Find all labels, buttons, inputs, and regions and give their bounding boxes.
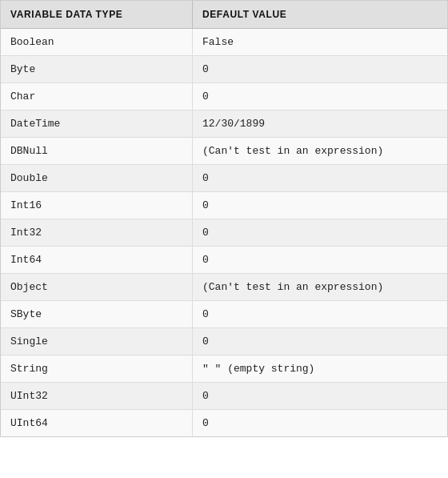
default-cell: (Can't test in an expression)	[193, 138, 447, 164]
default-cell: 0	[193, 301, 447, 327]
default-cell: 0	[193, 192, 447, 219]
type-cell: Int16	[1, 192, 193, 219]
table-row: DBNull(Can't test in an expression)	[1, 138, 447, 165]
default-cell: 0	[193, 410, 447, 436]
type-cell: Int64	[1, 247, 193, 273]
table-row: Int640	[1, 247, 447, 274]
table-row: Byte0	[1, 56, 447, 83]
table-row: Int160	[1, 192, 447, 219]
default-cell: 0	[193, 165, 447, 191]
table-header: VARIABLE DATA TYPE DEFAULT VALUE	[1, 1, 447, 29]
table-row: SByte0	[1, 301, 447, 328]
type-cell: Char	[1, 83, 193, 110]
type-cell: Object	[1, 274, 193, 300]
type-cell: DateTime	[1, 110, 193, 137]
type-cell: UInt64	[1, 410, 193, 436]
default-cell: False	[193, 29, 447, 55]
table-row: UInt640	[1, 410, 447, 436]
type-cell: UInt32	[1, 383, 193, 409]
default-cell: 12/30/1899	[193, 110, 447, 137]
table-row: String" " (empty string)	[1, 355, 447, 383]
type-cell: Boolean	[1, 29, 193, 55]
type-cell: Double	[1, 165, 193, 191]
table-row: Object(Can't test in an expression)	[1, 274, 447, 301]
default-cell: 0	[193, 83, 447, 110]
header-variable-data-type: VARIABLE DATA TYPE	[1, 1, 193, 28]
type-cell: Single	[1, 328, 193, 355]
default-cell: 0	[193, 219, 447, 246]
default-cell: 0	[193, 383, 447, 409]
default-cell: " " (empty string)	[193, 355, 447, 382]
type-cell: String	[1, 355, 193, 382]
table-row: UInt320	[1, 383, 447, 410]
table-row: BooleanFalse	[1, 29, 447, 56]
table-row: Char0	[1, 83, 447, 110]
type-cell: DBNull	[1, 138, 193, 164]
type-cell: Int32	[1, 219, 193, 246]
default-cell: (Can't test in an expression)	[193, 274, 447, 300]
default-cell: 0	[193, 247, 447, 273]
table-row: Double0	[1, 165, 447, 192]
table-body: BooleanFalseByte0Char0DateTime12/30/1899…	[1, 29, 447, 436]
default-cell: 0	[193, 328, 447, 355]
type-cell: SByte	[1, 301, 193, 327]
table-row: Int320	[1, 219, 447, 247]
table-row: DateTime12/30/1899	[1, 110, 447, 138]
table-row: Single0	[1, 328, 447, 355]
type-cell: Byte	[1, 56, 193, 82]
header-default-value: DEFAULT VALUE	[193, 1, 447, 28]
data-type-table: VARIABLE DATA TYPE DEFAULT VALUE Boolean…	[0, 0, 448, 437]
default-cell: 0	[193, 56, 447, 82]
